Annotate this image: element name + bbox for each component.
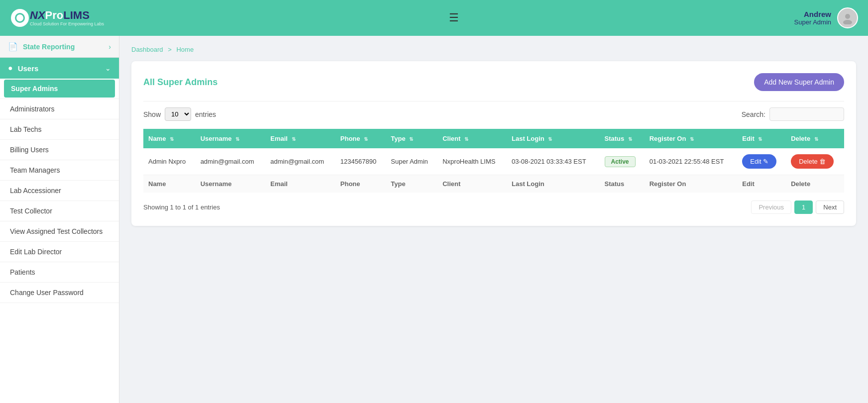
pagination-area: Showing 1 to 1 of 1 entries Previous 1 N…	[143, 201, 844, 214]
logo-text-block: NXProLIMS Cloud Solution For Empowering …	[30, 9, 104, 26]
sidebar-link-team-managers[interactable]: Team Managers	[0, 160, 119, 180]
sort-icon-register_on: ⇅	[690, 136, 694, 142]
sidebar-link-super-admins[interactable]: Super Admins	[4, 80, 115, 98]
cell-last_login: 03-08-2021 03:33:43 EST	[507, 148, 600, 175]
sidebar-item-lab-techs[interactable]: Lab Techs	[0, 119, 119, 140]
user-name: Andrew	[794, 10, 831, 18]
col-header-register_on[interactable]: Register On ⇅	[645, 129, 738, 148]
chevron-right-icon: ›	[108, 43, 111, 51]
pagination-controls: Previous 1 Next	[751, 201, 844, 214]
col-header-username[interactable]: Username ⇅	[196, 129, 266, 148]
logo-icon-inner	[15, 13, 25, 23]
sidebar-users-header[interactable]: ● Users ⌄	[0, 58, 119, 79]
chevron-down-icon: ⌄	[105, 64, 111, 72]
sort-icon-last_login: ⇅	[548, 136, 552, 142]
cell-register_on: 01-03-2021 22:55:48 EST	[645, 148, 738, 175]
col-header-status[interactable]: Status ⇅	[600, 129, 645, 148]
sidebar-link-change-user-password[interactable]: Change User Password	[0, 283, 119, 302]
col-header-edit[interactable]: Edit ⇅	[737, 129, 786, 148]
cell-delete: Delete 🗑	[786, 148, 844, 175]
state-reporting-label: State Reporting	[23, 43, 75, 51]
sidebar-item-super-admins[interactable]: Super Admins	[0, 80, 119, 99]
super-admins-table: Name ⇅Username ⇅Email ⇅Phone ⇅Type ⇅Clie…	[143, 129, 844, 193]
sidebar-item-change-user-password[interactable]: Change User Password	[0, 283, 119, 303]
footer-col-phone: Phone	[335, 175, 386, 193]
cell-edit: Edit ✎	[737, 148, 786, 175]
svg-point-1	[843, 20, 852, 24]
user-avatar[interactable]	[837, 7, 858, 28]
sidebar-item-administrators[interactable]: Administrators	[0, 99, 119, 119]
col-header-last_login[interactable]: Last Login ⇅	[507, 129, 600, 148]
search-input[interactable]	[769, 107, 844, 121]
sidebar-link-view-assigned-test-collectors[interactable]: View Assigned Test Collectors	[0, 221, 119, 241]
logo-area: NXProLIMS Cloud Solution For Empowering …	[10, 9, 104, 27]
add-new-super-admin-button[interactable]: Add New Super Admin	[754, 73, 844, 91]
col-header-name[interactable]: Name ⇅	[143, 129, 196, 148]
sidebar-link-administrators[interactable]: Administrators	[0, 99, 119, 119]
sidebar-item-billing-users[interactable]: Billing Users	[0, 140, 119, 160]
col-header-client[interactable]: Client ⇅	[437, 129, 507, 148]
breadcrumb: Dashboard > Home	[131, 46, 856, 53]
table-body: Admin Nxproadmin@gmail.comadmin@gmail.co…	[143, 148, 844, 175]
cell-type: Super Admin	[386, 148, 437, 175]
sidebar-link-billing-users[interactable]: Billing Users	[0, 140, 119, 160]
sidebar-item-test-collector[interactable]: Test Collector	[0, 201, 119, 221]
sidebar-link-lab-accessioner[interactable]: Lab Accessioner	[0, 181, 119, 201]
footer-col-client: Client	[437, 175, 507, 193]
status-badge: Active	[605, 156, 636, 167]
search-label: Search:	[742, 110, 765, 118]
user-circle-icon: ●	[8, 64, 13, 73]
sidebar-item-lab-accessioner[interactable]: Lab Accessioner	[0, 181, 119, 201]
sidebar-link-edit-lab-director[interactable]: Edit Lab Director	[0, 242, 119, 262]
sidebar-item-patients[interactable]: Patients	[0, 262, 119, 283]
previous-button[interactable]: Previous	[751, 201, 791, 214]
user-area: Andrew Super Admin	[794, 7, 858, 28]
sort-icon-phone: ⇅	[364, 136, 368, 142]
sidebar-item-team-managers[interactable]: Team Managers	[0, 160, 119, 181]
cell-name: Admin Nxpro	[143, 148, 196, 175]
logo-icon	[11, 9, 29, 27]
sidebar-link-lab-techs[interactable]: Lab Techs	[0, 119, 119, 139]
table-head: Name ⇅Username ⇅Email ⇅Phone ⇅Type ⇅Clie…	[143, 129, 844, 148]
delete-button[interactable]: Delete 🗑	[791, 154, 834, 169]
next-button[interactable]: Next	[816, 201, 844, 214]
user-role: Super Admin	[794, 18, 831, 26]
sidebar-link-test-collector[interactable]: Test Collector	[0, 201, 119, 221]
entries-label: entries	[195, 110, 216, 118]
sort-icon-name: ⇅	[170, 136, 174, 142]
user-info: Andrew Super Admin	[794, 10, 831, 26]
col-header-type[interactable]: Type ⇅	[386, 129, 437, 148]
col-header-email[interactable]: Email ⇅	[265, 129, 335, 148]
table-row: Admin Nxproadmin@gmail.comadmin@gmail.co…	[143, 148, 844, 175]
top-header: NXProLIMS Cloud Solution For Empowering …	[0, 0, 868, 36]
cell-username: admin@gmail.com	[196, 148, 266, 175]
footer-col-status: Status	[600, 175, 645, 193]
footer-col-register-on: Register On	[645, 175, 738, 193]
main-card: All Super Admins Add New Super Admin Sho…	[131, 61, 856, 226]
users-label: Users	[18, 64, 39, 73]
logo-text: NXProLIMS	[30, 9, 104, 21]
sidebar-item-state-reporting[interactable]: 📄 State Reporting ›	[0, 36, 119, 58]
svg-point-0	[845, 14, 850, 19]
footer-col-type: Type	[386, 175, 437, 193]
page-1-button[interactable]: 1	[794, 201, 813, 214]
sidebar-item-view-assigned-test-collectors[interactable]: View Assigned Test Collectors	[0, 221, 119, 242]
pagination-info: Showing 1 to 1 of 1 entries	[143, 203, 220, 211]
search-area: Search:	[742, 107, 844, 121]
cell-phone: 1234567890	[335, 148, 386, 175]
cell-client: NxproHealth LIMS	[437, 148, 507, 175]
col-header-phone[interactable]: Phone ⇅	[335, 129, 386, 148]
sort-icon-type: ⇅	[409, 136, 413, 142]
sort-icon-email: ⇅	[292, 136, 296, 142]
card-header: All Super Admins Add New Super Admin	[143, 73, 844, 91]
sort-icon-client: ⇅	[464, 136, 468, 142]
footer-col-last-login: Last Login	[507, 175, 600, 193]
show-entries: Show 10 25 50 entries	[143, 107, 216, 121]
sidebar-item-edit-lab-director[interactable]: Edit Lab Director	[0, 242, 119, 262]
entries-select[interactable]: 10 25 50	[165, 107, 191, 121]
col-header-delete[interactable]: Delete ⇅	[786, 129, 844, 148]
hamburger-button[interactable]: ☰	[449, 11, 459, 24]
logo-subtitle: Cloud Solution For Empowering Labs	[30, 21, 104, 26]
sidebar-link-patients[interactable]: Patients	[0, 262, 119, 282]
edit-button[interactable]: Edit ✎	[742, 154, 776, 169]
